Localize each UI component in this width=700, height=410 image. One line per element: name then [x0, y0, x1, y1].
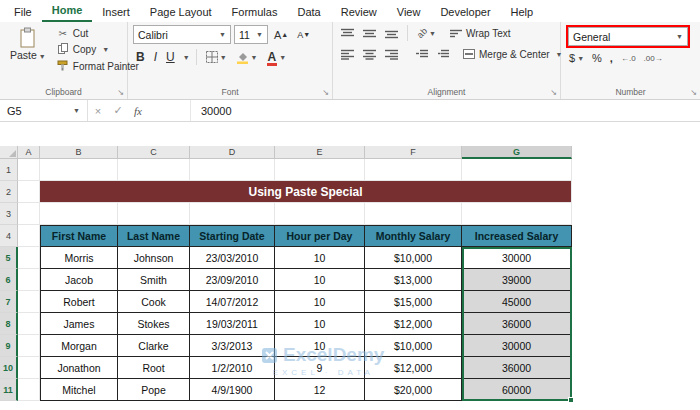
- row-header-9[interactable]: 9: [0, 335, 18, 357]
- cell-D10[interactable]: 1/2/2010: [190, 357, 275, 379]
- cell-F4[interactable]: Monthly Salary: [365, 225, 462, 247]
- select-all-button[interactable]: [0, 146, 18, 159]
- cell-G4[interactable]: Increased Salary: [462, 225, 572, 247]
- orientation-button[interactable]: ab▼: [414, 27, 439, 39]
- column-header-A[interactable]: A: [18, 146, 40, 159]
- alignment-dialog-launcher[interactable]: ↘: [550, 89, 557, 97]
- column-header-C[interactable]: C: [118, 146, 190, 159]
- cell-E5[interactable]: 10: [275, 247, 365, 269]
- borders-button[interactable]: ▼: [203, 51, 230, 63]
- cell-C5[interactable]: Johnson: [118, 247, 190, 269]
- wrap-text-button[interactable]: Wrap Text: [450, 28, 511, 39]
- cell-G1[interactable]: [462, 159, 572, 181]
- decrease-indent-button[interactable]: [413, 48, 431, 60]
- underline-button[interactable]: U: [163, 50, 178, 64]
- row-header-7[interactable]: 7: [0, 291, 18, 313]
- cell-B1[interactable]: [40, 159, 118, 181]
- cell-F1[interactable]: [365, 159, 462, 181]
- cell-F11[interactable]: $20,000: [365, 379, 462, 401]
- cell-G7[interactable]: 45000: [462, 291, 572, 313]
- cell-A7[interactable]: [18, 291, 40, 313]
- column-header-G[interactable]: G: [462, 146, 572, 159]
- merge-center-button[interactable]: Merge & Center ▼: [463, 49, 563, 60]
- cell-G3[interactable]: [462, 203, 572, 225]
- number-format-dropdown[interactable]: General ▼: [568, 27, 688, 46]
- row-header-5[interactable]: 5: [0, 247, 18, 269]
- cell-F3[interactable]: [365, 203, 462, 225]
- cell-B7[interactable]: Robert: [40, 291, 118, 313]
- cell-A9[interactable]: [18, 335, 40, 357]
- column-header-D[interactable]: D: [190, 146, 275, 159]
- row-header-6[interactable]: 6: [0, 269, 18, 291]
- enter-check-icon[interactable]: ✓: [108, 104, 128, 117]
- row-header-10[interactable]: 10: [0, 357, 18, 379]
- cell-B10[interactable]: Jonathon: [40, 357, 118, 379]
- cell-C4[interactable]: Last Name: [118, 225, 190, 247]
- top-align-button[interactable]: [338, 27, 357, 40]
- cell-A8[interactable]: [18, 313, 40, 335]
- cell-D8[interactable]: 19/03/2011: [190, 313, 275, 335]
- cell-E4[interactable]: Hour per Day: [275, 225, 365, 247]
- font-name-dropdown[interactable]: Calibri▼: [133, 25, 231, 44]
- menu-item-developer[interactable]: Developer: [430, 2, 500, 22]
- accounting-format-button[interactable]: $▼: [569, 52, 584, 64]
- cell-E3[interactable]: [275, 203, 365, 225]
- cell-A2[interactable]: [18, 181, 40, 203]
- cell-D7[interactable]: 14/07/2012: [190, 291, 275, 313]
- row-header-4[interactable]: 4: [0, 225, 18, 247]
- cell-E11[interactable]: 12: [275, 379, 365, 401]
- cell-B3[interactable]: [40, 203, 118, 225]
- increase-decimal-button[interactable]: ←.0: [621, 54, 636, 63]
- menu-item-help[interactable]: Help: [501, 2, 544, 22]
- row-header-11[interactable]: 11: [0, 379, 18, 401]
- cell-B8[interactable]: James: [40, 313, 118, 335]
- cell-G10[interactable]: 36000: [462, 357, 572, 379]
- cell-C8[interactable]: Stokes: [118, 313, 190, 335]
- cell-G9[interactable]: 30000: [462, 335, 572, 357]
- column-header-F[interactable]: F: [365, 146, 462, 159]
- fill-color-button[interactable]: ▼: [233, 51, 261, 64]
- font-color-button[interactable]: A ▼: [264, 50, 290, 64]
- column-header-B[interactable]: B: [40, 146, 118, 159]
- cell-D11[interactable]: 4/9/1900: [190, 379, 275, 401]
- number-dialog-launcher[interactable]: ↘: [690, 89, 697, 97]
- cell-A1[interactable]: [18, 159, 40, 181]
- cell-B4[interactable]: First Name: [40, 225, 118, 247]
- cell-A4[interactable]: [18, 225, 40, 247]
- menu-item-file[interactable]: File: [4, 2, 42, 22]
- row-header-1[interactable]: 1: [0, 159, 18, 181]
- menu-item-data[interactable]: Data: [287, 2, 330, 22]
- cell-G6[interactable]: 39000: [462, 269, 572, 291]
- cell-B5[interactable]: Morris: [40, 247, 118, 269]
- italic-button[interactable]: I: [151, 50, 160, 64]
- cell-D6[interactable]: 23/09/2010: [190, 269, 275, 291]
- cell-D1[interactable]: [190, 159, 275, 181]
- cell-F9[interactable]: $10,000: [365, 335, 462, 357]
- align-left-button[interactable]: [338, 48, 357, 61]
- cell-A10[interactable]: [18, 357, 40, 379]
- cell-F8[interactable]: $12,000: [365, 313, 462, 335]
- cell-A3[interactable]: [18, 203, 40, 225]
- cell-F7[interactable]: $15,000: [365, 291, 462, 313]
- font-size-dropdown[interactable]: 11▼: [234, 25, 268, 44]
- cell-F10[interactable]: $12,000: [365, 357, 462, 379]
- comma-style-button[interactable]: ,: [610, 52, 613, 64]
- decrease-font-size-button[interactable]: A▼: [294, 30, 313, 40]
- decrease-decimal-button[interactable]: .00→: [644, 54, 663, 63]
- clipboard-dialog-launcher[interactable]: ↘: [117, 89, 124, 97]
- cell-C10[interactable]: Root: [118, 357, 190, 379]
- insert-function-button[interactable]: fx: [128, 105, 148, 117]
- cell-B6[interactable]: Jacob: [40, 269, 118, 291]
- menu-item-insert[interactable]: Insert: [92, 2, 140, 22]
- row-header-2[interactable]: 2: [0, 181, 18, 203]
- cell-G8[interactable]: 36000: [462, 313, 572, 335]
- menu-item-view[interactable]: View: [387, 2, 431, 22]
- cell-B11[interactable]: Mitchel: [40, 379, 118, 401]
- font-dialog-launcher[interactable]: ↘: [322, 89, 329, 97]
- cell-G11[interactable]: 60000: [462, 379, 572, 401]
- bold-button[interactable]: B: [133, 50, 148, 64]
- cell-C7[interactable]: Cook: [118, 291, 190, 313]
- cell-G5[interactable]: 30000: [462, 247, 572, 269]
- middle-align-button[interactable]: [360, 27, 379, 40]
- menu-item-page-layout[interactable]: Page Layout: [140, 2, 222, 22]
